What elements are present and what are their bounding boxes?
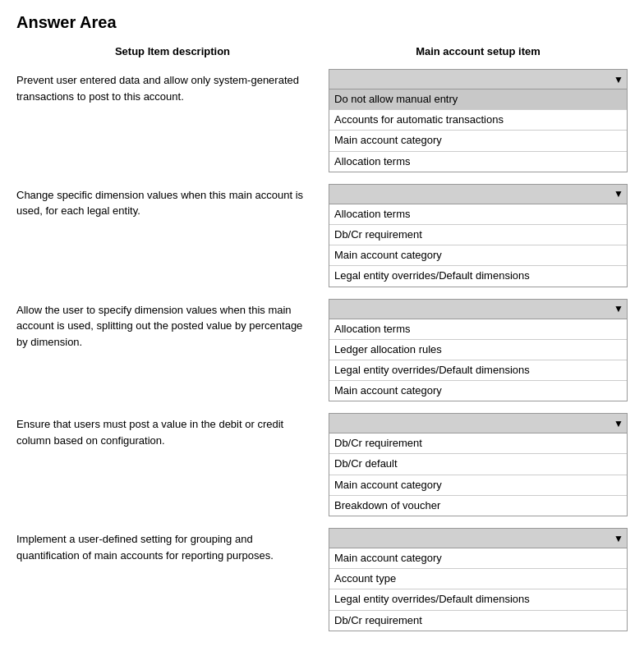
dropdown-5[interactable]: ▼Main account categoryAccount typeLegal … (329, 528, 628, 631)
dropdown-item-4-1[interactable]: Db/Cr requirement (329, 433, 627, 454)
chevron-down-icon: ▼ (614, 303, 623, 314)
question-text-3: Allow the user to specify dimension valu… (16, 299, 329, 351)
question-text-4: Ensure that users must post a value in t… (16, 413, 329, 448)
dropdown-header-3[interactable]: ▼ (329, 300, 627, 319)
question-row-2: Change specific dimension values when th… (16, 184, 628, 287)
left-column-header: Setup Item description (16, 45, 329, 61)
dropdown-2[interactable]: ▼Allocation termsDb/Cr requirementMain a… (329, 184, 628, 287)
question-row-1: Prevent user entered data and allow only… (16, 69, 628, 172)
dropdown-item-4-4[interactable]: Breakdown of voucher (329, 496, 627, 516)
dropdown-item-5-3[interactable]: Legal entity overrides/Default dimension… (329, 589, 627, 610)
dropdown-header-5[interactable]: ▼ (329, 529, 627, 548)
dropdown-item-3-2[interactable]: Ledger allocation rules (329, 340, 627, 360)
dropdown-item-1-4[interactable]: Allocation terms (329, 152, 627, 172)
dropdown-item-5-1[interactable]: Main account category (329, 548, 627, 569)
column-headers: Setup Item description Main account setu… (16, 45, 628, 61)
dropdown-item-5-4[interactable]: Db/Cr requirement (329, 611, 627, 631)
dropdown-4[interactable]: ▼Db/Cr requirementDb/Cr defaultMain acco… (329, 413, 628, 516)
chevron-down-icon: ▼ (614, 533, 623, 544)
dropdown-item-4-2[interactable]: Db/Cr default (329, 454, 627, 475)
dropdown-item-5-2[interactable]: Account type (329, 569, 627, 589)
dropdown-item-1-1[interactable]: Do not allow manual entry (329, 89, 627, 110)
page-title: Answer Area (16, 13, 628, 32)
dropdown-header-4[interactable]: ▼ (329, 414, 627, 433)
chevron-down-icon: ▼ (614, 188, 623, 200)
question-row-3: Allow the user to specify dimension valu… (16, 299, 628, 402)
questions-container: Prevent user entered data and allow only… (16, 69, 628, 631)
question-text-5: Implement a user-defined setting for gro… (16, 528, 329, 563)
dropdown-1[interactable]: ▼Do not allow manual entryAccounts for a… (329, 69, 628, 172)
dropdown-header-1[interactable]: ▼ (329, 70, 627, 89)
question-row-5: Implement a user-defined setting for gro… (16, 528, 628, 631)
dropdown-item-1-3[interactable]: Main account category (329, 131, 627, 151)
dropdown-item-2-1[interactable]: Allocation terms (329, 204, 627, 225)
dropdown-item-2-2[interactable]: Db/Cr requirement (329, 225, 627, 245)
right-column-header: Main account setup item (329, 45, 628, 61)
dropdown-item-3-1[interactable]: Allocation terms (329, 319, 627, 340)
answer-area: Setup Item description Main account setu… (16, 45, 628, 631)
chevron-down-icon: ▼ (614, 418, 623, 429)
chevron-down-icon: ▼ (614, 74, 623, 85)
dropdown-header-2[interactable]: ▼ (329, 185, 627, 204)
question-text-2: Change specific dimension values when th… (16, 184, 329, 219)
dropdown-item-3-3[interactable]: Legal entity overrides/Default dimension… (329, 360, 627, 381)
dropdown-3[interactable]: ▼Allocation termsLedger allocation rules… (329, 299, 628, 402)
dropdown-item-3-4[interactable]: Main account category (329, 381, 627, 401)
dropdown-item-4-3[interactable]: Main account category (329, 475, 627, 496)
question-row-4: Ensure that users must post a value in t… (16, 413, 628, 516)
dropdown-item-1-2[interactable]: Accounts for automatic transactions (329, 110, 627, 131)
dropdown-item-2-4[interactable]: Legal entity overrides/Default dimension… (329, 266, 627, 286)
dropdown-item-2-3[interactable]: Main account category (329, 245, 627, 266)
question-text-1: Prevent user entered data and allow only… (16, 69, 329, 104)
